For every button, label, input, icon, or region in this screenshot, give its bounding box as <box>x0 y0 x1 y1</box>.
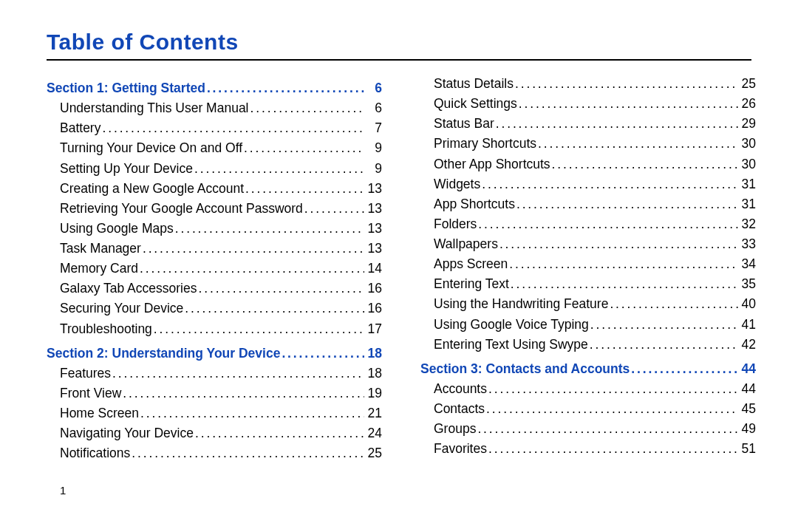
leader-dots <box>282 344 364 364</box>
toc-section[interactable]: Section 3: Contacts and Accounts44 <box>420 359 756 379</box>
toc-page-number: 19 <box>366 383 382 403</box>
toc-entry[interactable]: Apps Screen34 <box>420 254 756 274</box>
toc-page-number: 9 <box>366 138 382 158</box>
toc-section[interactable]: Section 2: Understanding Your Device18 <box>47 344 382 364</box>
toc-entry[interactable]: Setting Up Your Device9 <box>47 159 382 179</box>
toc-entry-label: Notifications <box>60 443 130 463</box>
toc-page-number: 41 <box>740 315 756 335</box>
toc-entry-label: Quick Settings <box>434 94 517 114</box>
toc-entry[interactable]: Entering Text Using Swype42 <box>420 335 756 355</box>
leader-dots <box>185 299 364 318</box>
toc-page-number: 13 <box>366 179 382 199</box>
toc-entry[interactable]: Features18 <box>47 364 382 383</box>
toc-entry[interactable]: Creating a New Google Account13 <box>47 179 382 199</box>
toc-entry[interactable]: App Shortcuts31 <box>420 194 756 214</box>
toc-page-number: 30 <box>740 154 756 174</box>
toc-entry[interactable]: Using the Handwriting Feature40 <box>420 294 756 314</box>
toc-entry[interactable]: Contacts45 <box>420 399 756 419</box>
toc-page-number: 9 <box>366 159 382 179</box>
toc-entry[interactable]: Front View19 <box>47 383 382 403</box>
toc-page-number: 34 <box>740 254 756 274</box>
toc-entry-label: Favorites <box>434 439 487 459</box>
leader-dots <box>590 315 738 335</box>
toc-entry[interactable]: Securing Your Device16 <box>47 299 382 318</box>
toc-page-number: 13 <box>366 199 382 219</box>
toc-entry[interactable]: Accounts44 <box>420 379 756 399</box>
toc-page-number: 26 <box>740 94 756 114</box>
toc-entry[interactable]: Memory Card14 <box>47 259 382 279</box>
toc-entry[interactable]: Troubleshooting17 <box>47 319 382 339</box>
toc-page: Table of Contents Section 1: Getting Sta… <box>0 0 798 497</box>
toc-entry[interactable]: Groups49 <box>420 419 756 439</box>
leader-dots <box>304 199 364 219</box>
toc-page-number: 25 <box>366 443 382 463</box>
toc-page-number: 18 <box>366 344 382 364</box>
toc-entry[interactable]: Wallpapers33 <box>420 234 756 254</box>
leader-dots <box>244 138 364 158</box>
toc-columns: Section 1: Getting Started6Understanding… <box>47 74 751 463</box>
toc-entry[interactable]: Using Google Voice Typing41 <box>420 315 756 335</box>
toc-entry[interactable]: Home Screen21 <box>47 403 382 423</box>
toc-entry[interactable]: Entering Text35 <box>420 274 756 294</box>
toc-entry-label: Accounts <box>434 379 487 399</box>
toc-page-number: 44 <box>740 359 756 379</box>
toc-page-number: 40 <box>740 294 756 314</box>
toc-entry[interactable]: Turning Your Device On and Off9 <box>47 138 382 158</box>
leader-dots <box>143 239 364 259</box>
leader-dots <box>499 234 738 254</box>
toc-entry[interactable]: Status Details25 <box>420 74 756 94</box>
toc-entry[interactable]: Favorites51 <box>420 439 756 459</box>
toc-entry-label: Front View <box>60 383 121 403</box>
leader-dots <box>175 219 364 239</box>
toc-column-left: Section 1: Getting Started6Understanding… <box>47 74 382 463</box>
toc-entry[interactable]: Using Google Maps13 <box>47 219 382 239</box>
toc-page-number: 16 <box>366 279 382 299</box>
toc-entry[interactable]: Battery7 <box>47 118 382 138</box>
toc-entry[interactable]: Widgets31 <box>420 174 756 194</box>
toc-entry-label: Primary Shortcuts <box>434 134 536 154</box>
leader-dots <box>198 279 364 299</box>
toc-page-number: 29 <box>740 114 756 134</box>
leader-dots <box>250 98 364 118</box>
toc-entry[interactable]: Other App Shortcuts30 <box>420 154 756 174</box>
leader-dots <box>519 94 738 114</box>
toc-entry-label: Memory Card <box>60 259 138 279</box>
toc-entry[interactable]: Galaxy Tab Accessories16 <box>47 279 382 299</box>
leader-dots <box>511 274 738 294</box>
toc-section-label: Section 3: Contacts and Accounts <box>420 359 630 379</box>
toc-entry[interactable]: Folders32 <box>420 214 756 234</box>
toc-entry-label: Status Bar <box>434 114 494 134</box>
toc-entry-label: Entering Text Using Swype <box>434 335 588 355</box>
leader-dots <box>154 319 364 339</box>
toc-page-number: 14 <box>366 259 382 279</box>
leader-dots <box>488 379 738 399</box>
title-rule <box>47 59 751 61</box>
leader-dots <box>509 254 738 274</box>
leader-dots <box>552 154 738 174</box>
leader-dots <box>112 364 364 383</box>
toc-page-number: 7 <box>366 118 382 138</box>
toc-entry-label: Features <box>60 364 111 383</box>
toc-entry[interactable]: Task Manager13 <box>47 239 382 259</box>
leader-dots <box>140 259 364 279</box>
toc-section[interactable]: Section 1: Getting Started6 <box>47 78 382 98</box>
toc-entry-label: Retrieving Your Google Account Password <box>60 199 303 219</box>
toc-page-number: 17 <box>366 319 382 339</box>
toc-page-number: 45 <box>740 399 756 419</box>
toc-entry-label: Setting Up Your Device <box>60 159 193 179</box>
toc-page-number: 51 <box>740 439 756 459</box>
toc-column-right: Status Details25Quick Settings26Status B… <box>420 74 756 463</box>
toc-entry[interactable]: Understanding This User Manual6 <box>47 98 382 118</box>
toc-entry[interactable]: Primary Shortcuts30 <box>420 134 756 154</box>
page-number: 1 <box>47 484 751 497</box>
toc-entry[interactable]: Navigating Your Device24 <box>47 423 382 443</box>
toc-entry-label: Groups <box>434 419 476 439</box>
leader-dots <box>102 118 364 138</box>
toc-page-number: 18 <box>366 364 382 383</box>
toc-entry[interactable]: Status Bar29 <box>420 114 756 134</box>
toc-entry[interactable]: Retrieving Your Google Account Password1… <box>47 199 382 219</box>
toc-entry[interactable]: Quick Settings26 <box>420 94 756 114</box>
toc-entry-label: Status Details <box>434 74 514 94</box>
toc-page-number: 35 <box>740 274 756 294</box>
toc-entry[interactable]: Notifications25 <box>47 443 382 463</box>
